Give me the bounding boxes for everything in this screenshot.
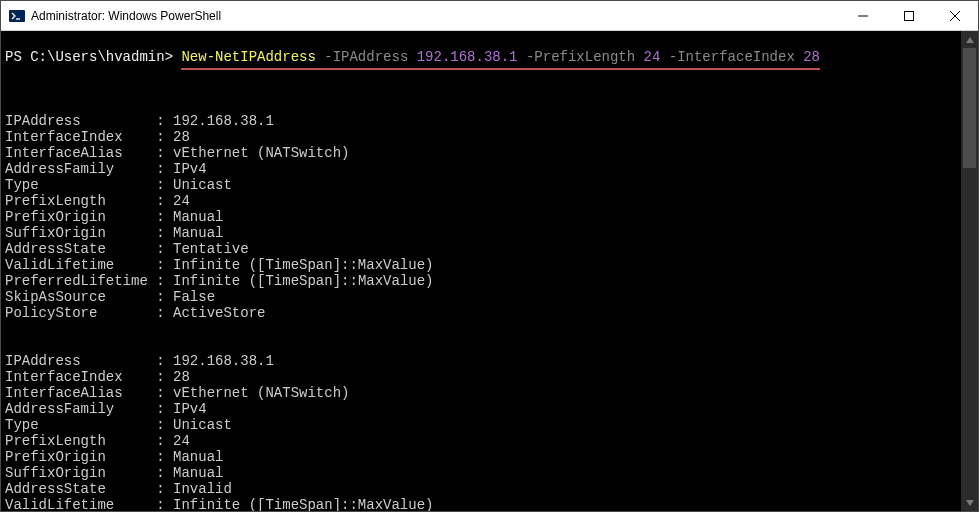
output-value: 24 bbox=[173, 433, 190, 449]
output-label: SkipAsSource bbox=[5, 289, 106, 305]
output-row: IPAddress : 192.168.38.1 bbox=[5, 353, 274, 369]
output-blocks: IPAddress : 192.168.38.1 InterfaceIndex … bbox=[5, 81, 957, 511]
value-prefixlength: 24 bbox=[644, 49, 661, 70]
output-value: Manual bbox=[173, 449, 223, 465]
output-value: Unicast bbox=[173, 417, 232, 433]
output-row: AddressState : Invalid bbox=[5, 481, 232, 497]
output-value: IPv4 bbox=[173, 161, 207, 177]
output-row: PreferredLifetime : Infinite ([TimeSpan]… bbox=[5, 273, 434, 289]
output-label: Type bbox=[5, 177, 39, 193]
output-value: 28 bbox=[173, 129, 190, 145]
output-value: Infinite ([TimeSpan]::MaxValue) bbox=[173, 273, 433, 289]
output-value: 192.168.38.1 bbox=[173, 113, 274, 129]
minimize-button[interactable] bbox=[840, 1, 886, 30]
svg-rect-0 bbox=[9, 10, 25, 22]
output-value: IPv4 bbox=[173, 401, 207, 417]
output-label: IPAddress bbox=[5, 353, 81, 369]
output-row: IPAddress : 192.168.38.1 bbox=[5, 113, 274, 129]
svg-rect-3 bbox=[905, 11, 914, 20]
window-controls bbox=[840, 1, 978, 30]
output-row: AddressFamily : IPv4 bbox=[5, 161, 207, 177]
output-row: ValidLifetime : Infinite ([TimeSpan]::Ma… bbox=[5, 497, 433, 511]
output-label: PrefixOrigin bbox=[5, 209, 106, 225]
output-label: InterfaceAlias bbox=[5, 145, 123, 161]
scroll-up-button[interactable] bbox=[961, 31, 978, 48]
param-ipaddress: -IPAddress bbox=[324, 49, 408, 70]
output-label: PrefixOrigin bbox=[5, 449, 106, 465]
maximize-button[interactable] bbox=[886, 1, 932, 30]
output-value: 192.168.38.1 bbox=[173, 353, 274, 369]
output-value: ActiveStore bbox=[173, 305, 265, 321]
output-row: PolicyStore : ActiveStore bbox=[5, 305, 265, 321]
output-value: Unicast bbox=[173, 177, 232, 193]
output-label: Type bbox=[5, 417, 39, 433]
output-label: PrefixLength bbox=[5, 193, 106, 209]
output-row: Type : Unicast bbox=[5, 417, 232, 433]
output-value: Manual bbox=[173, 465, 223, 481]
output-label: AddressFamily bbox=[5, 161, 114, 177]
output-row: PrefixLength : 24 bbox=[5, 193, 190, 209]
output-label: InterfaceIndex bbox=[5, 129, 123, 145]
value-interfaceindex: 28 bbox=[803, 49, 820, 70]
output-row: Type : Unicast bbox=[5, 177, 232, 193]
output-label: AddressFamily bbox=[5, 401, 114, 417]
output-label: PrefixLength bbox=[5, 433, 106, 449]
output-label: SuffixOrigin bbox=[5, 465, 106, 481]
output-row: PrefixLength : 24 bbox=[5, 433, 190, 449]
output-value: Invalid bbox=[173, 481, 232, 497]
output-value: Infinite ([TimeSpan]::MaxValue) bbox=[173, 257, 433, 273]
output-value: vEthernet (NATSwitch) bbox=[173, 145, 349, 161]
output-row: SuffixOrigin : Manual bbox=[5, 225, 223, 241]
scroll-down-button[interactable] bbox=[961, 494, 978, 511]
titlebar[interactable]: Administrator: Windows PowerShell bbox=[1, 1, 978, 31]
output-label: PreferredLifetime bbox=[5, 273, 148, 289]
output-label: InterfaceAlias bbox=[5, 385, 123, 401]
output-value: False bbox=[173, 289, 215, 305]
output-label: IPAddress bbox=[5, 113, 81, 129]
output-row: AddressState : Tentative bbox=[5, 241, 249, 257]
command-line: PS C:\Users\hvadmin> New-NetIPAddress -I… bbox=[5, 49, 957, 65]
scrollbar[interactable] bbox=[961, 31, 978, 511]
output-value: Manual bbox=[173, 209, 223, 225]
output-value: 24 bbox=[173, 193, 190, 209]
output-label: AddressState bbox=[5, 481, 106, 497]
output-value: 28 bbox=[173, 369, 190, 385]
output-row: AddressFamily : IPv4 bbox=[5, 401, 207, 417]
prompt-prefix: PS C:\Users\hvadmin> bbox=[5, 49, 173, 65]
output-row: InterfaceAlias : vEthernet (NATSwitch) bbox=[5, 385, 349, 401]
output-label: SuffixOrigin bbox=[5, 225, 106, 241]
powershell-icon bbox=[9, 8, 25, 24]
output-label: ValidLifetime bbox=[5, 257, 114, 273]
terminal[interactable]: PS C:\Users\hvadmin> New-NetIPAddress -I… bbox=[1, 31, 978, 511]
output-value: Manual bbox=[173, 225, 223, 241]
output-value: Tentative bbox=[173, 241, 249, 257]
output-row: InterfaceAlias : vEthernet (NATSwitch) bbox=[5, 145, 349, 161]
scroll-thumb[interactable] bbox=[963, 48, 976, 168]
output-row: PrefixOrigin : Manual bbox=[5, 209, 223, 225]
output-label: InterfaceIndex bbox=[5, 369, 123, 385]
output-value: Infinite ([TimeSpan]::MaxValue) bbox=[173, 497, 433, 511]
output-row: SkipAsSource : False bbox=[5, 289, 215, 305]
output-label: AddressState bbox=[5, 241, 106, 257]
output-row: SuffixOrigin : Manual bbox=[5, 465, 223, 481]
terminal-body[interactable]: PS C:\Users\hvadmin> New-NetIPAddress -I… bbox=[1, 31, 961, 511]
output-label: PolicyStore bbox=[5, 305, 97, 321]
output-label: ValidLifetime bbox=[5, 497, 114, 511]
output-row: InterfaceIndex : 28 bbox=[5, 129, 190, 145]
cmdlet-name: New-NetIPAddress bbox=[181, 49, 315, 70]
value-ipaddress: 192.168.38.1 bbox=[417, 49, 518, 70]
window-title: Administrator: Windows PowerShell bbox=[31, 9, 840, 23]
output-row: PrefixOrigin : Manual bbox=[5, 449, 223, 465]
output-value: vEthernet (NATSwitch) bbox=[173, 385, 349, 401]
param-interfaceindex: -InterfaceIndex bbox=[669, 49, 795, 70]
close-button[interactable] bbox=[932, 1, 978, 30]
param-prefixlength: -PrefixLength bbox=[526, 49, 635, 70]
output-row: ValidLifetime : Infinite ([TimeSpan]::Ma… bbox=[5, 257, 433, 273]
output-row: InterfaceIndex : 28 bbox=[5, 369, 190, 385]
